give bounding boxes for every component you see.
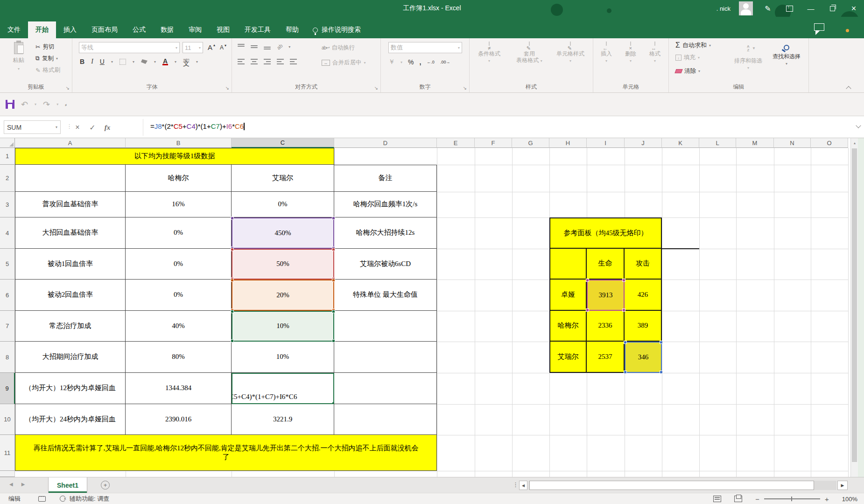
cell-A3[interactable]: 普攻回血基础倍率 <box>15 192 126 217</box>
row-header-4[interactable]: 4 <box>0 217 15 249</box>
row-header-6[interactable]: 6 <box>0 280 15 311</box>
cell-A7[interactable]: 常态治疗加成 <box>15 311 126 342</box>
column-header-E[interactable]: E <box>437 138 475 148</box>
cell-I8[interactable]: 2537 <box>587 342 625 373</box>
font-color-icon[interactable]: A <box>162 58 168 65</box>
sheet-nav-arrows[interactable]: ◀▶ <box>9 482 33 487</box>
cut-button[interactable]: ✂ 剪切 <box>35 43 54 51</box>
cell-A11[interactable]: 再往后情况无需计算了,艾瑞儿一直回能,哈梅尔12秒内不回能,肯定是艾瑞儿先开出第… <box>15 435 437 471</box>
cell-H6[interactable]: 卓娅 <box>549 280 587 311</box>
increase-indent-icon[interactable] <box>290 59 297 64</box>
copy-button[interactable]: ⧉ 复制 ▾ <box>35 55 58 63</box>
column-header-B[interactable]: B <box>126 138 232 148</box>
horizontal-scrollbar[interactable] <box>528 481 836 490</box>
column-header-M[interactable]: M <box>736 138 774 148</box>
tab-help[interactable]: 帮助 <box>278 21 306 38</box>
tab-insert[interactable]: 插入 <box>56 21 84 38</box>
sort-filter-button[interactable]: AZ▼ 排序和筛选▾ <box>731 42 765 71</box>
font-dialog-launcher[interactable]: ↘ <box>225 85 229 91</box>
formula-input[interactable]: =J8*(2*C5+C4)*(1+C7)+I6*C6 <box>150 122 245 130</box>
cell-styles-button[interactable]: ✎ 单元格样式▾ <box>555 42 585 64</box>
clipboard-dialog-launcher[interactable]: ↘ <box>66 85 70 91</box>
insert-cells-button[interactable]: ← 插入▾ <box>595 42 618 64</box>
column-header-N[interactable]: N <box>774 138 811 148</box>
delete-cells-button[interactable]: × 删除▾ <box>619 42 642 64</box>
cell-D10[interactable] <box>334 404 437 435</box>
tab-formulas[interactable]: 公式 <box>125 21 153 38</box>
cell-D8[interactable] <box>334 342 437 373</box>
row-header-8[interactable]: 8 <box>0 342 15 373</box>
increase-decimal-icon[interactable]: ←.0 <box>427 60 435 64</box>
collapse-ribbon-button[interactable] <box>847 85 851 90</box>
accessibility-status[interactable]: 辅助功能: 调查 <box>70 495 109 503</box>
add-sheet-button[interactable]: + <box>101 481 110 490</box>
cell-A8[interactable]: 大招期间治疗加成 <box>15 342 126 373</box>
row-header-12-partial[interactable] <box>0 471 15 477</box>
column-header-K[interactable]: K <box>662 138 699 148</box>
save-button[interactable] <box>6 100 14 109</box>
cell-C6[interactable]: 20% <box>232 280 334 311</box>
number-dialog-launcher[interactable]: ↘ <box>463 85 467 91</box>
tab-home[interactable]: 开始 <box>28 21 56 38</box>
tab-developer[interactable]: 开发工具 <box>237 21 278 38</box>
align-bottom-icon[interactable] <box>264 44 271 49</box>
align-right-icon[interactable] <box>264 59 271 64</box>
comma-style-icon[interactable]: , <box>419 58 421 66</box>
page-layout-view-button[interactable] <box>734 496 742 502</box>
align-center-icon[interactable] <box>251 59 258 64</box>
cell-B9[interactable]: 1344.384 <box>126 373 232 404</box>
cell-J6[interactable]: 426 <box>625 280 662 311</box>
align-top-icon[interactable] <box>238 44 245 49</box>
comments-icon[interactable] <box>814 23 824 31</box>
tell-me-search[interactable]: 操作说明搜索 <box>306 21 367 38</box>
scroll-left-button[interactable]: ◀ <box>519 481 527 490</box>
decrease-indent-icon[interactable] <box>277 59 284 64</box>
align-middle-icon[interactable] <box>251 44 258 49</box>
horizontal-scroll-thumb[interactable] <box>529 481 814 490</box>
row-header-3[interactable]: 3 <box>0 192 15 217</box>
underline-button[interactable]: U <box>100 58 105 65</box>
orientation-icon[interactable]: ab <box>276 42 284 50</box>
row-header-10[interactable]: 10 <box>0 404 15 435</box>
account-avatar[interactable] <box>739 1 753 15</box>
decrease-font-button[interactable]: A▾ <box>220 44 226 51</box>
column-header-F[interactable]: F <box>475 138 512 148</box>
format-painter-button[interactable]: ✎ 格式刷 <box>35 66 60 74</box>
expand-formula-bar-button[interactable] <box>856 124 861 127</box>
restore-button[interactable] <box>826 3 839 14</box>
tab-file[interactable]: 文件 <box>0 21 28 38</box>
tab-review[interactable]: 审阅 <box>181 21 209 38</box>
cell-A9[interactable]: （均开大）12秒内为卓娅回血 <box>15 373 126 404</box>
fill-color-icon[interactable] <box>141 59 148 64</box>
cell-J7[interactable]: 389 <box>625 311 662 342</box>
borders-icon[interactable] <box>119 59 126 65</box>
cell-B5[interactable]: 0% <box>126 249 232 280</box>
cell-D3[interactable]: 哈梅尔回血频率1次/s <box>334 192 437 217</box>
column-header-D[interactable]: D <box>334 138 437 148</box>
row-header-7[interactable]: 7 <box>0 311 15 342</box>
cell-B4[interactable]: 0% <box>126 217 232 249</box>
italic-button[interactable]: I <box>91 58 93 65</box>
paste-button[interactable]: 粘贴 ▾ <box>8 42 29 71</box>
cell-D5[interactable]: 艾瑞尔被动6sCD <box>334 249 437 280</box>
wrap-text-button[interactable]: ab↩ 自动换行 <box>322 44 355 52</box>
conditional-formatting-button[interactable]: ≠ 条件格式▾ <box>474 42 504 64</box>
cell-D9[interactable] <box>334 373 437 404</box>
cell-D6[interactable]: 特殊单位 最大生命值 <box>334 280 437 311</box>
tab-data[interactable]: 数据 <box>153 21 181 38</box>
undo-button[interactable]: ↶ <box>21 99 28 110</box>
cell-B2[interactable]: 哈梅尔 <box>126 165 232 192</box>
inking-icon[interactable]: ✎ <box>761 3 774 14</box>
column-header-A[interactable]: A <box>15 138 126 148</box>
column-header-L[interactable]: L <box>699 138 736 148</box>
align-left-icon[interactable] <box>238 59 245 64</box>
scroll-up-icon[interactable]: ▴ <box>851 139 858 147</box>
redo-button[interactable]: ↷ <box>43 99 50 110</box>
cell-C10[interactable]: 3221.9 <box>232 404 334 435</box>
tab-splitter-icon[interactable]: ⋮ <box>513 481 519 488</box>
cell-C3[interactable]: 0% <box>232 192 334 217</box>
vertical-scroll-thumb[interactable] <box>852 148 857 462</box>
cell-I6[interactable]: 3913 <box>587 280 625 311</box>
account-user-name[interactable]: . nick <box>716 5 731 12</box>
row-header-5[interactable]: 5 <box>0 249 15 280</box>
